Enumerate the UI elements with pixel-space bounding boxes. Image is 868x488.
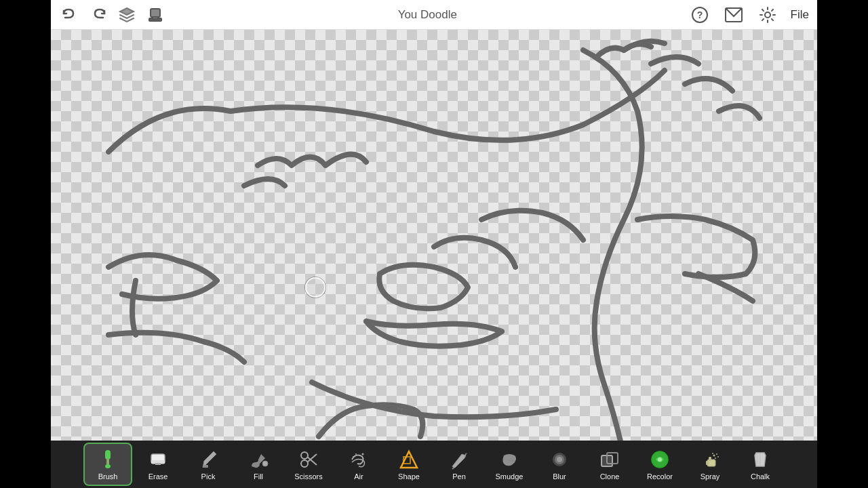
clone-label: Clone <box>600 472 620 481</box>
brush-label: Brush <box>98 472 118 481</box>
tool-spray[interactable]: Spray <box>686 443 734 486</box>
mail-button[interactable] <box>723 4 745 26</box>
svg-rect-35 <box>709 457 711 461</box>
svg-rect-3 <box>153 17 158 19</box>
svg-point-10 <box>105 464 111 468</box>
pick-label: Pick <box>201 472 216 481</box>
erase-label: Erase <box>149 472 168 481</box>
svg-point-33 <box>658 458 662 462</box>
blur-label: Blur <box>553 472 566 481</box>
svg-point-28 <box>557 457 562 462</box>
svg-rect-14 <box>203 465 208 468</box>
svg-point-16 <box>301 460 308 467</box>
svg-point-21 <box>355 453 357 455</box>
app-title: You Doodle <box>398 8 457 22</box>
svg-text:?: ? <box>696 9 703 20</box>
tool-shape[interactable]: Shape <box>384 443 433 486</box>
canvas-area[interactable] <box>51 30 817 441</box>
tool-pick[interactable]: Pick <box>184 443 233 486</box>
chalk-label: Chalk <box>751 472 770 481</box>
tool-recolor[interactable]: Recolor <box>635 443 684 486</box>
drawing-canvas[interactable] <box>51 30 817 441</box>
toolbar-left <box>59 4 166 26</box>
tool-pen[interactable]: Pen <box>435 443 484 486</box>
fill-icon <box>247 448 270 471</box>
tool-brush[interactable]: Brush <box>83 443 132 486</box>
scissors-label: Scissors <box>294 472 323 481</box>
svg-rect-9 <box>106 458 109 465</box>
smudge-label: Smudge <box>496 472 524 481</box>
svg-rect-13 <box>155 463 161 465</box>
svg-rect-31 <box>601 455 612 466</box>
top-toolbar: You Doodle ? File <box>51 0 817 30</box>
tool-erase[interactable]: Erase <box>134 443 182 486</box>
shape-label: Shape <box>398 472 420 481</box>
recolor-label: Recolor <box>647 472 673 481</box>
settings-button[interactable] <box>757 4 778 26</box>
redo-button[interactable] <box>87 4 109 26</box>
svg-rect-8 <box>105 450 111 460</box>
tool-air[interactable]: Air <box>334 443 383 486</box>
svg-point-15 <box>262 461 268 466</box>
svg-point-40 <box>712 453 713 454</box>
blur-icon <box>548 448 571 471</box>
svg-marker-0 <box>120 8 134 15</box>
recolor-icon <box>648 448 671 471</box>
air-label: Air <box>354 472 363 481</box>
tool-chalk[interactable]: Chalk <box>736 443 785 486</box>
air-icon <box>347 448 370 471</box>
stamp-button[interactable] <box>144 4 166 26</box>
file-button[interactable]: File <box>791 8 809 22</box>
tool-blur[interactable]: Blur <box>535 443 584 486</box>
bottom-toolbar: Brush Erase Pick <box>51 441 817 488</box>
tool-scissors[interactable]: Scissors <box>284 443 333 486</box>
erase-icon <box>146 448 170 471</box>
toolbar-right: ? File <box>689 4 809 26</box>
svg-point-22 <box>362 453 364 455</box>
svg-point-41 <box>717 456 719 458</box>
app-container: You Doodle ? File <box>51 0 817 488</box>
undo-button[interactable] <box>59 4 81 26</box>
svg-rect-1 <box>151 9 160 17</box>
toolbar-center: You Doodle <box>166 8 689 22</box>
pen-icon <box>448 448 471 471</box>
spray-label: Spray <box>701 472 720 481</box>
pick-icon <box>197 448 220 471</box>
svg-point-17 <box>301 452 308 459</box>
pen-label: Pen <box>452 472 466 481</box>
svg-rect-36 <box>706 461 709 465</box>
tool-fill[interactable]: Fill <box>234 443 283 486</box>
brush-icon <box>96 448 119 471</box>
svg-point-7 <box>765 12 770 18</box>
shape-icon <box>397 448 420 471</box>
spray-icon <box>698 448 722 471</box>
scissors-icon <box>297 448 320 471</box>
tool-smudge[interactable]: Smudge <box>485 443 534 486</box>
svg-point-37 <box>713 455 715 457</box>
svg-point-20 <box>353 456 354 458</box>
svg-point-39 <box>715 458 716 459</box>
help-button[interactable]: ? <box>689 4 711 26</box>
layers-button[interactable] <box>116 4 138 26</box>
fill-label: Fill <box>254 472 263 481</box>
smudge-icon <box>498 448 521 471</box>
svg-line-25 <box>452 468 454 469</box>
tool-clone[interactable]: Clone <box>585 443 634 486</box>
clone-icon <box>598 448 621 471</box>
chalk-icon <box>749 448 772 471</box>
svg-point-38 <box>716 453 717 455</box>
